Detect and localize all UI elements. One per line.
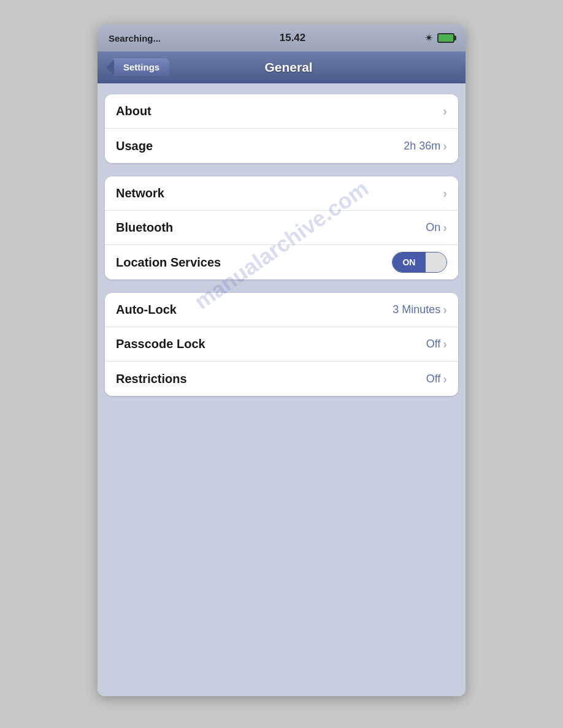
back-button-wrapper[interactable]: Settings — [106, 58, 169, 76]
bluetooth-icon: ✴ — [424, 31, 434, 45]
about-right: › — [443, 104, 447, 118]
row-restrictions[interactable]: Restrictions Off › — [105, 362, 458, 396]
content-area: manualarchive.com About › Usage 2h 36m › — [98, 83, 465, 696]
autolock-right: 3 Minutes › — [393, 303, 447, 317]
status-icons: ✴ — [424, 31, 454, 45]
settings-group-3: Auto-Lock 3 Minutes › Passcode Lock Off … — [105, 293, 458, 396]
content-wrapper: manualarchive.com About › Usage 2h 36m › — [105, 94, 458, 396]
bluetooth-right: On › — [426, 221, 447, 235]
network-label: Network — [116, 186, 164, 200]
bluetooth-label: Bluetooth — [116, 221, 173, 235]
row-bluetooth[interactable]: Bluetooth On › — [105, 211, 458, 245]
back-button[interactable]: Settings — [113, 58, 169, 76]
usage-chevron: › — [443, 139, 447, 153]
passcode-label: Passcode Lock — [116, 337, 205, 351]
row-autolock[interactable]: Auto-Lock 3 Minutes › — [105, 293, 458, 327]
passcode-right: Off › — [426, 337, 447, 351]
network-right: › — [443, 186, 447, 200]
restrictions-value: Off — [426, 373, 441, 385]
usage-value: 2h 36m — [404, 140, 440, 153]
restrictions-chevron: › — [443, 372, 447, 386]
nav-bar: Settings General — [98, 51, 465, 83]
usage-label: Usage — [116, 139, 153, 153]
settings-group-2: Network › Bluetooth On › Location Servic… — [105, 176, 458, 279]
about-chevron: › — [443, 104, 447, 118]
bluetooth-chevron: › — [443, 221, 447, 235]
nav-title: General — [169, 60, 408, 75]
location-toggle[interactable]: ON — [392, 252, 447, 273]
autolock-value: 3 Minutes — [393, 303, 440, 316]
battery-icon — [437, 33, 454, 43]
status-bar: Searching... 15.42 ✴ — [98, 25, 465, 51]
autolock-label: Auto-Lock — [116, 303, 177, 317]
bluetooth-value: On — [426, 221, 440, 234]
row-usage[interactable]: Usage 2h 36m › — [105, 129, 458, 163]
location-label: Location Services — [116, 256, 221, 270]
autolock-chevron: › — [443, 303, 447, 317]
about-label: About — [116, 104, 151, 118]
usage-right: 2h 36m › — [404, 139, 447, 153]
toggle-on-label: ON — [393, 252, 426, 272]
back-chevron-shape — [106, 59, 114, 75]
row-passcode[interactable]: Passcode Lock Off › — [105, 327, 458, 362]
row-location[interactable]: Location Services ON — [105, 245, 458, 279]
time-display: 15.42 — [280, 32, 306, 44]
passcode-value: Off — [426, 338, 441, 351]
settings-group-1: About › Usage 2h 36m › — [105, 94, 458, 163]
restrictions-label: Restrictions — [116, 372, 187, 386]
passcode-chevron: › — [443, 337, 447, 351]
location-right[interactable]: ON — [392, 252, 447, 273]
network-chevron: › — [443, 186, 447, 200]
restrictions-right: Off › — [426, 372, 447, 386]
toggle-off-area — [426, 252, 446, 272]
signal-status: Searching... — [109, 33, 161, 44]
phone-frame: Searching... 15.42 ✴ Settings General ma… — [98, 25, 465, 696]
row-network[interactable]: Network › — [105, 176, 458, 211]
row-about[interactable]: About › — [105, 94, 458, 129]
